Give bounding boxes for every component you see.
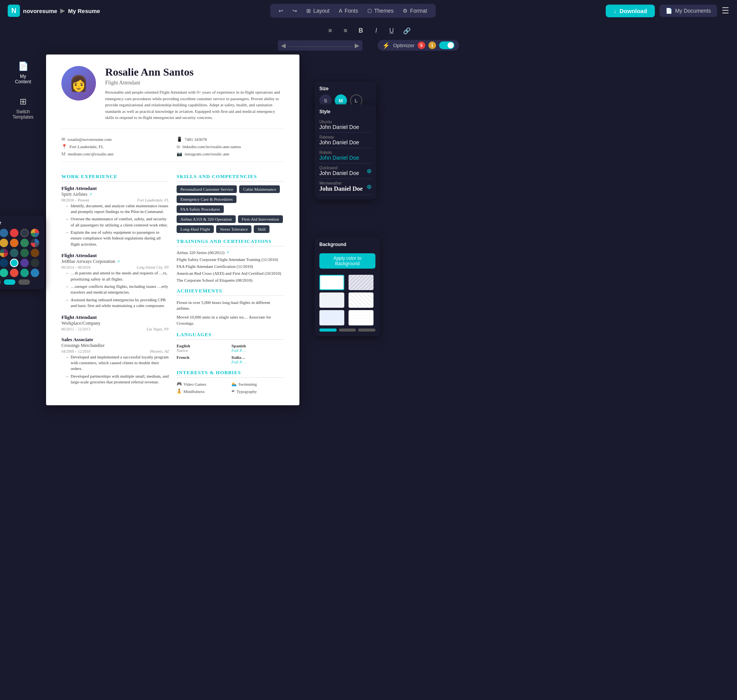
fonts-button[interactable]: A Fonts [335,6,362,15]
swatch-20[interactable] [31,259,39,267]
swatch-25[interactable] [31,269,39,277]
font-merriweather[interactable]: Merriweather John Daniel Doe ⊕ [319,179,372,195]
toggle-on-1[interactable] [4,279,15,285]
location-value: Fort Lauderdale, FL [69,144,104,149]
format-label: Format [410,8,427,14]
lang-3: French [177,355,229,364]
fonts-panel-title: Style [319,109,372,114]
bg-action-buttons [319,329,375,332]
breadcrumb-sep: ▶ [60,7,65,14]
bg-swatch-6[interactable] [349,310,373,325]
swatch-8[interactable] [10,239,18,247]
swatch-19[interactable] [20,259,29,267]
optimizer-badge-red: 5 [418,41,425,49]
linkedin-value: linkedin.com/in/rosalie-ann-santos [182,144,241,149]
cert-5: The Corporate School of Etiquette (08/20… [177,278,284,282]
color-panel-title: Color [0,220,40,226]
optimizer-toggle[interactable] [439,41,454,49]
achievement-1: Flown in over 5,000 hours long-haul flig… [177,300,284,312]
bg-swatch-1[interactable] [319,275,344,290]
format-toolbar: ≡ ≡ B I U 🔗 [0,21,737,40]
themes-label: Themes [374,8,394,14]
download-button[interactable]: ↓ Download [606,5,654,17]
job-meta-2: 06/2014 – 06/2018 Long Island City, NY [61,265,169,269]
font-roboto[interactable]: Roboto John Daniel Doe [319,148,372,163]
ruler-ticks [287,44,353,47]
font-ubuntu[interactable]: Ubuntu John Daniel Doe [319,117,372,133]
swatch-7[interactable] [0,239,8,247]
swatch-3[interactable] [10,229,18,237]
swatch-toggles [0,279,40,285]
swatch-22[interactable] [0,269,8,277]
swatch-15[interactable] [31,249,39,257]
bg-swatch-3[interactable] [319,292,344,308]
cert-4: American Red Cross (AED) and First Aid C… [177,271,284,276]
website-value: medium.com/@rosalie.ann [68,152,114,156]
page-title: My Resume [68,8,100,14]
toggle-off-2[interactable] [18,279,30,285]
bg-action-2[interactable] [339,329,356,332]
swatch-13[interactable] [10,249,18,257]
sidebar-item-switch-templates[interactable]: ⊞ Switch Templates [9,94,37,123]
layout-button[interactable]: ⊞ Layout [302,6,333,15]
ruler-right-arrow[interactable]: ▶ [355,42,359,49]
swatch-2[interactable] [0,229,8,237]
layout-icon: ⊞ [306,8,311,14]
skill-4: FAA Safety Procedures [177,205,224,213]
swatch-14[interactable] [20,249,29,257]
skill-6: First-Aid Intervention [238,215,283,223]
font-roboto-preview: John Daniel Doe [319,155,372,161]
swatch-9[interactable] [20,239,29,247]
linkedin-icon: in [177,144,180,150]
contact-email: ✉ rosalie@novoresume.com [61,137,169,142]
font-raleway[interactable]: Raleway John Daniel Doe [319,133,372,148]
underline-button[interactable]: U [385,25,398,37]
swatch-18[interactable] [10,259,18,267]
redo-button[interactable]: ↪ [289,6,301,15]
swatch-12[interactable] [0,249,8,257]
hamburger-button[interactable]: ☰ [722,6,729,16]
job-title-4: Sales Associate [61,337,169,343]
job-title-3: Flight Attendant [61,314,169,320]
ruler-left-arrow[interactable]: ◀ [281,42,286,49]
font-raleway-preview: John Daniel Doe [319,139,372,145]
my-documents-button[interactable]: 📄 My Documents [659,5,717,17]
swatch-10[interactable] [31,239,39,247]
swimming-icon: 🏊 [231,381,237,386]
format-icon: ⚙ [403,8,408,14]
font-quicksand[interactable]: Quicksand John Daniel Doe ⊕ [319,163,372,179]
job-bullets-2: …th patrons and attend to the needs and … [61,270,169,309]
format-button[interactable]: ⚙ Format [399,6,431,15]
skills-grid: Personalized Customer Service Cabin Main… [177,185,284,233]
skill-1: Personalized Customer Service [177,185,237,193]
swatch-5[interactable] [31,229,39,237]
italic-button[interactable]: I [370,25,382,37]
bg-action-1[interactable] [319,329,337,332]
swatch-17[interactable] [0,259,8,267]
bg-swatch-4[interactable] [349,292,373,308]
bold-button[interactable]: B [355,25,367,37]
achievement-2: Moved 10,000 units in a single sales tra… [177,314,284,326]
align-left-button[interactable]: ≡ [324,25,336,37]
bg-action-3[interactable] [358,329,375,332]
swatch-4[interactable] [20,229,29,237]
bg-swatch-2[interactable] [349,275,373,290]
apply-color-button[interactable]: Apply color to Background [319,253,375,269]
swatch-24[interactable] [20,269,29,277]
panel-background: Background Apply color to Background [315,237,380,336]
main-area: 📄 My Content ⊞ Switch Templates 👩 Rosali… [0,51,737,409]
job-bullets-4: Developed and implemented a successful l… [61,354,169,385]
themes-button[interactable]: ⬡ Themes [364,6,398,15]
undo-button[interactable]: ↩ [275,6,287,15]
toggle-off-1[interactable] [0,279,1,285]
optimizer-badge-yellow: 1 [428,41,436,49]
bg-swatch-5[interactable] [319,310,344,325]
sidebar-item-my-content[interactable]: 📄 My Content [9,58,37,88]
align-center-button[interactable]: ≡ [339,25,352,37]
resume-name-area: Rosalie Ann Santos Flight Attendant Pers… [105,66,284,121]
resume-right-col: SKILLS AND COMPETENCIES Personalized Cus… [177,168,284,394]
link-button[interactable]: 🔗 [401,25,413,37]
job-company-1: Spirit Airlines ↗ [61,192,169,197]
swatch-23[interactable] [10,269,18,277]
navbar-left: N novoresume ▶ My Resume [8,5,100,17]
